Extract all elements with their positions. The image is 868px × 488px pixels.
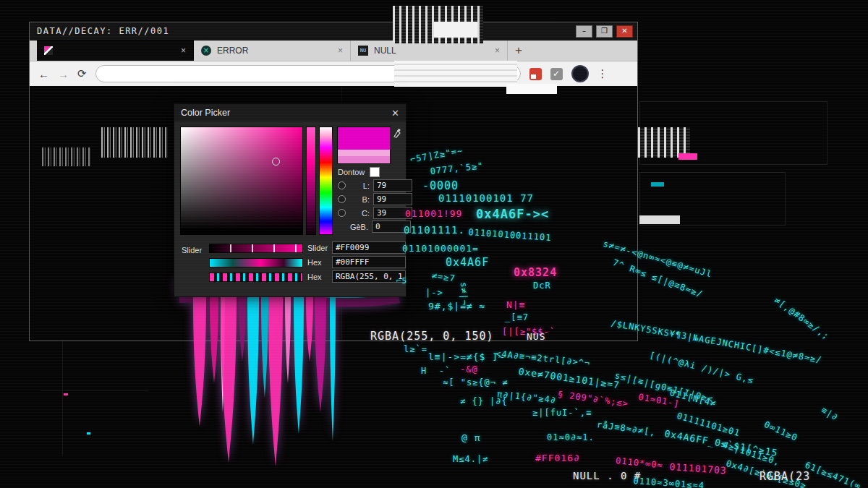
tab-strip: × × ERROR × NU NULL × +: [30, 40, 637, 61]
new-tab-button[interactable]: +: [508, 40, 529, 61]
background-grid-line: [62, 340, 63, 455]
value-row-slider: Slider: [307, 241, 406, 254]
glitch-spark: [64, 393, 68, 395]
tab-error[interactable]: × ERROR ×: [194, 40, 351, 61]
data-stream-text: 61[≥≤471(∞: [804, 460, 863, 488]
glitch-white-chunk: [506, 84, 557, 94]
data-stream-text: 01≈01-]: [638, 392, 681, 409]
browser-menu-icon[interactable]: ⋮: [597, 67, 608, 80]
shade-slider[interactable]: [306, 127, 316, 235]
radio-c[interactable]: [338, 209, 346, 217]
field-label: B:: [349, 195, 370, 204]
data-stream-text: l≥`=: [404, 344, 427, 354]
l-value-input[interactable]: [373, 179, 412, 192]
glitch-static-block: [42, 147, 91, 166]
profile-avatar[interactable]: [571, 65, 589, 82]
paint-drips: [172, 275, 404, 477]
c-value-input[interactable]: [373, 207, 412, 219]
window-title: DATA//DECAY: ERR//001: [37, 26, 169, 36]
data-stream-text: 011[N[4≠: [669, 388, 718, 409]
glitch-white-chunk: [434, 22, 477, 38]
gradient-slider[interactable]: [209, 258, 303, 267]
data-stream-text: 4≥|1011≥0,: [722, 440, 782, 468]
value-row-label: Hex: [307, 273, 328, 281]
data-stream-text: -&@: [460, 364, 478, 374]
window-titlebar[interactable]: DATA//DECAY: ERR//001 – ❐ ✕: [30, 22, 637, 40]
glitch-static-block: [101, 127, 168, 158]
data-stream-text: 0110*∞0≈: [616, 455, 664, 471]
field-label: GèB.: [348, 223, 368, 231]
glitch-white-chunk: [639, 215, 680, 224]
tab-label: NULL: [374, 46, 396, 56]
maximize-button[interactable]: ❐: [596, 25, 613, 38]
data-stream-text: ≠ {} |∂{: [460, 396, 508, 406]
glitch-favicon-icon: [44, 46, 53, 55]
field-label: L:: [349, 181, 370, 190]
b-value-input[interactable]: [373, 193, 412, 205]
g8b-value-input[interactable]: [372, 221, 411, 233]
field-row-g8b: GèB.: [338, 221, 411, 233]
data-stream-text: 0110≈3∞01≤≈4: [633, 476, 705, 488]
glitch-cyan-chunk: [651, 182, 664, 187]
data-stream-text: s≤|[≡|[g0≡1[I|0≥<: [614, 370, 715, 404]
forward-icon[interactable]: →: [58, 68, 69, 80]
data-stream-text: § 209"∂`%;≤>: [557, 389, 629, 409]
tab-close-icon[interactable]: ×: [181, 46, 186, 56]
data-stream-text: NULL . 0 #: [573, 470, 641, 481]
back-icon[interactable]: ←: [38, 68, 49, 80]
refresh-icon[interactable]: ⟳: [77, 67, 87, 80]
hex-input[interactable]: [332, 256, 406, 268]
tab-null[interactable]: NU NULL ×: [351, 40, 508, 61]
data-stream-text: 0x4A6FF_0≤`$1[^≥15: [663, 428, 778, 458]
data-stream-text: ≠[,@#8∞≥/,;: [773, 295, 831, 342]
rgba-input[interactable]: [332, 270, 406, 283]
data-stream-text: π∂|1{∂"≥4∂: [497, 389, 557, 406]
checkbox-label: Dontow: [338, 168, 365, 176]
field-label: C:: [349, 209, 370, 218]
value-row-hex1: Hex: [307, 256, 406, 268]
dontow-checkbox[interactable]: [370, 167, 380, 177]
eyedropper-icon[interactable]: [393, 128, 401, 138]
data-stream-text: 011101703: [669, 461, 727, 476]
saturation-value-area[interactable]: [180, 127, 303, 235]
radio-b[interactable]: [338, 195, 346, 203]
glitch-magenta-chunk: [678, 153, 697, 160]
checkbox-row: Dontow: [338, 167, 380, 177]
data-stream-text: M≤4.|≠: [453, 454, 488, 464]
field-row-c: C:: [338, 207, 412, 219]
color-picker-titlebar[interactable]: Color Picker ✕: [174, 104, 406, 121]
browser-toolbar: ← → ⟳ ☆ ✓ ⋮: [30, 61, 637, 86]
glitch-slider[interactable]: [209, 273, 303, 282]
data-stream-text: @ π: [461, 432, 480, 443]
data-stream-text: [(|(^@λi /)/|> G,≤: [649, 350, 755, 385]
slider-hex-input[interactable]: [332, 241, 406, 254]
color-picker-close-icon[interactable]: ✕: [391, 108, 399, 119]
glitch-desktop: DATA//DECAY: ERR//001 – ❐ ✕ × × ERROR × …: [0, 0, 868, 488]
value-row-label: Slider: [307, 244, 328, 252]
checkbox-extension-icon[interactable]: ✓: [550, 68, 563, 80]
window-controls: – ❐ ✕: [576, 25, 633, 38]
data-stream-text: ≥|[f∪I-`,≡: [532, 408, 592, 418]
value-row-hex2: Hex: [307, 270, 406, 283]
error-favicon-icon: ×: [201, 46, 211, 56]
data-stream-text: 0xe≠7001≥101|≥=7: [518, 366, 621, 391]
gradient-slider[interactable]: [209, 244, 303, 253]
color-cursor[interactable]: [272, 158, 280, 166]
data-stream-text: ≡|∂: [820, 405, 840, 422]
hue-slider[interactable]: [319, 127, 333, 235]
tab-close-icon[interactable]: ×: [338, 46, 343, 56]
null-favicon-icon: NU: [358, 46, 368, 56]
tab-close-icon[interactable]: ×: [495, 46, 500, 56]
minimize-button[interactable]: –: [576, 25, 592, 38]
tab-glitch[interactable]: ×: [37, 40, 194, 61]
data-stream-text: #FF016∂: [535, 453, 580, 463]
slider-section-label: Slider: [182, 246, 202, 254]
data-stream-text: ≈[ "s≥{@¬ ≠: [443, 377, 508, 388]
data-stream-text: 0∞11≥0: [762, 419, 799, 443]
glitch-white-smear: [394, 61, 517, 87]
radio-l[interactable]: [338, 181, 346, 189]
data-stream-text: råJ≡8≈∂≠[,: [596, 419, 656, 437]
data-stream-text: 01≈0∂≈1.: [547, 432, 595, 442]
close-button[interactable]: ✕: [616, 25, 633, 38]
extension-icon[interactable]: [529, 68, 542, 80]
